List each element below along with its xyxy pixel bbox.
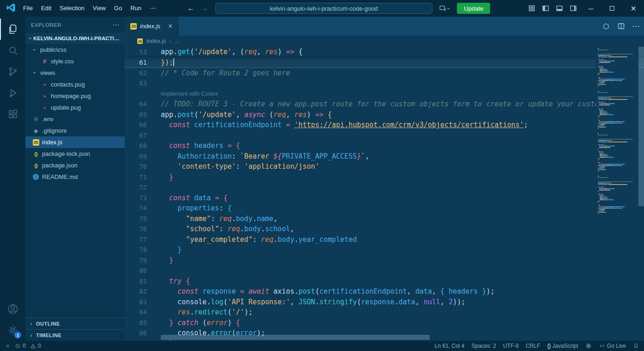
code-line-65[interactable]: 65app.post('/update', async (req, res) =… [125, 110, 644, 120]
sidebar-item--env[interactable]: .env [25, 113, 125, 125]
code-line-69[interactable]: 69 Authorization: `Bearer ${PRIVATE_APP_… [125, 151, 644, 162]
code-line-79[interactable]: 79 } [125, 255, 644, 266]
activity-source-control[interactable] [0, 61, 25, 82]
breadcrumb-file[interactable]: index.js [146, 38, 166, 44]
cursor-position[interactable]: Ln 61, Col 4 [435, 343, 465, 349]
notifications-bell[interactable] [633, 343, 639, 349]
sidebar-root-folder[interactable]: › KELVIN-ANGULO-IWH-I-PRACTICUM-CODE-GOO… [25, 33, 125, 44]
close-button[interactable]: × [623, 0, 644, 17]
breadcrumb-symbol[interactable]: … [175, 38, 181, 44]
horizontal-scrollbar[interactable] [161, 335, 430, 340]
code-line-72[interactable]: 72 [125, 182, 644, 193]
chevron-down-icon: › [28, 36, 33, 42]
outline-section[interactable]: › OUTLINE [25, 318, 125, 329]
code-line-75[interactable]: 75 "name": req.body.name, [125, 214, 644, 224]
line-number: 80 [125, 265, 161, 276]
settings-button[interactable]: 1 [0, 320, 25, 341]
code-line-77[interactable]: 77 "year_completed": req.body.year_compl… [125, 234, 644, 245]
chevron-down-icon: › [31, 70, 38, 76]
remote-window-menu[interactable]: › [439, 5, 450, 12]
remote-indicator[interactable] [5, 343, 11, 349]
codelens-implement-with-codex[interactable]: Implement with Codex [125, 89, 644, 99]
activity-run-debug[interactable] [0, 82, 25, 104]
more-actions-icon[interactable]: ⋯ [632, 22, 639, 31]
sidebar-item-homepage-pug[interactable]: ●homepage.pug [25, 90, 125, 102]
chatgpt-icon[interactable] [602, 22, 610, 31]
code-line-73[interactable]: 73 const data = { [125, 193, 644, 203]
editor-actions: ⋯ [602, 17, 639, 36]
sidebar-item-package-json[interactable]: {}package.json [25, 160, 125, 171]
go-live[interactable]: Go Live [599, 343, 626, 349]
pug-icon: ● [41, 105, 49, 110]
toggle-panel-icon[interactable] [553, 0, 566, 17]
problems-indicator[interactable]: 0 0 [15, 343, 41, 349]
code-line-70[interactable]: 70 'content-type': 'application/json' [125, 161, 644, 172]
back-arrow-icon[interactable]: ← [185, 4, 197, 12]
menu-overflow[interactable]: ⋯ [146, 0, 160, 17]
update-button[interactable]: Update [457, 3, 490, 14]
sidebar-item-public-css[interactable]: ›public\css [25, 44, 125, 55]
menu-go[interactable]: Go [110, 0, 126, 17]
sticky-scroll-line[interactable]: 53 app.get('/update', (req, res) => { [125, 47, 644, 57]
activity-extensions[interactable] [0, 104, 25, 125]
vertical-scrollbar[interactable] [638, 47, 644, 206]
code-line-76[interactable]: 76 "school": req.body.school, [125, 224, 644, 234]
account-button[interactable] [0, 298, 25, 320]
code-line-78[interactable]: 78 } [125, 245, 644, 255]
encoding[interactable]: UTF-8 [503, 343, 519, 349]
close-tab-icon[interactable]: × [168, 22, 172, 31]
code-line-80[interactable]: 80 [125, 265, 644, 276]
line-number: 76 [125, 224, 161, 234]
command-center[interactable]: kelvin-angulo-iwh-i-practicum-code-good [215, 3, 432, 14]
code-line-63[interactable]: 63 [125, 78, 644, 89]
menu-selection[interactable]: Selection [55, 0, 88, 17]
code-area[interactable]: 53 app.get('/update', (req, res) => { 61… [125, 47, 644, 341]
minimize-button[interactable]: ─ [580, 0, 601, 17]
toggle-sidebar-icon[interactable] [539, 0, 553, 17]
tab-index-js[interactable]: JS index.js × [125, 17, 178, 36]
code-line-68[interactable]: 68 const headers = { [125, 141, 644, 151]
open-in-browser[interactable] [585, 343, 592, 349]
code-line-74[interactable]: 74 properties: { [125, 203, 644, 214]
pug-icon: ● [41, 82, 49, 87]
line-number: 87 [125, 339, 161, 341]
activity-explorer[interactable] [0, 18, 25, 40]
menu-edit[interactable]: Edit [37, 0, 55, 17]
eol-sequence[interactable]: CRLF [526, 343, 540, 349]
code-line-85[interactable]: 85 } catch (error) { [125, 318, 644, 328]
code-line-71[interactable]: 71 } [125, 172, 644, 183]
warning-count: 0 [38, 343, 41, 349]
forward-arrow-icon[interactable]: → [199, 4, 211, 12]
indentation[interactable]: Spaces: 2 [472, 343, 496, 349]
split-editor-icon[interactable] [617, 22, 625, 30]
code-line-67[interactable]: 67 [125, 130, 644, 141]
minimap[interactable] [596, 47, 638, 341]
sidebar-item--gitignore[interactable]: ◆.gitignore [25, 125, 125, 136]
activity-search[interactable] [0, 40, 25, 61]
explorer-more-actions-icon[interactable]: ⋯ [112, 21, 119, 29]
sidebar-item-contacts-pug[interactable]: ●contacts.pug [25, 79, 125, 90]
sidebar-item-package-lock-json[interactable]: {}package-lock.json [25, 148, 125, 160]
menu-run[interactable]: Run [126, 0, 146, 17]
code-line-81[interactable]: 81 try { [125, 276, 644, 287]
maximize-button[interactable] [601, 0, 623, 17]
sidebar-item-views[interactable]: ›views [25, 67, 125, 79]
code-line-66[interactable]: 66 const certificationEndpoint = 'https:… [125, 120, 644, 130]
menu-view[interactable]: View [89, 0, 110, 17]
code-line-61[interactable]: 61}); [125, 57, 644, 68]
sidebar-item-update-pug[interactable]: ●update.pug [25, 102, 125, 113]
code-line-84[interactable]: 84 res.redirect('/'); [125, 307, 644, 318]
sidebar-item-style-css[interactable]: #style.css [25, 55, 125, 67]
sidebar-item-index-js[interactable]: JSindex.js [25, 136, 125, 148]
code-line-62[interactable]: 62// * Code for Route 2 goes here [125, 68, 644, 79]
toggle-secondary-sidebar-icon[interactable] [566, 0, 580, 17]
js-file-icon: JS [130, 23, 137, 30]
code-line-82[interactable]: 82 const response = await axios.post(cer… [125, 286, 644, 297]
code-line-64[interactable]: 64// TODO: ROUTE 3 - Create a new app.po… [125, 99, 644, 110]
timeline-section[interactable]: › TIMELINE [25, 329, 125, 341]
code-line-83[interactable]: 83 console.log('API Response:', JSON.str… [125, 297, 644, 308]
menu-file[interactable]: File [19, 0, 37, 17]
sidebar-item-readme-md[interactable]: iREADME.md [25, 171, 125, 183]
editor-grid-layout-icon[interactable] [525, 0, 539, 17]
language-mode[interactable]: {} JavaScript [547, 343, 578, 349]
